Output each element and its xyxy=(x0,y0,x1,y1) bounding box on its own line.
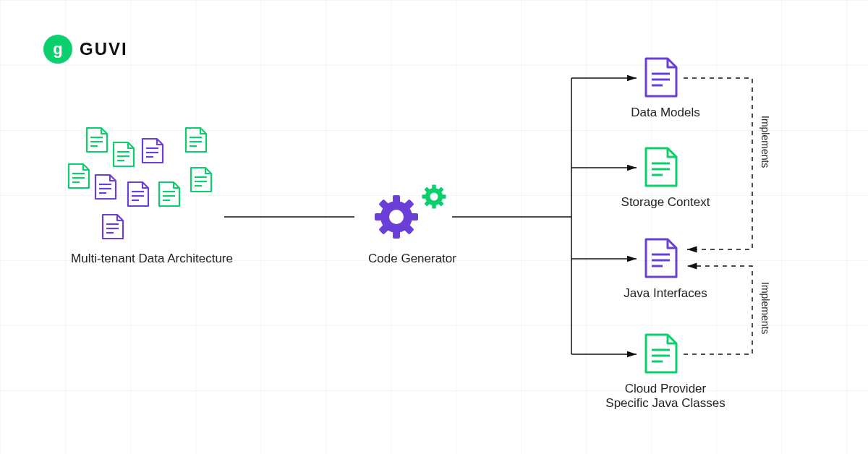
file-icon xyxy=(646,335,676,372)
file-icon xyxy=(646,239,676,277)
center-node-label: Code Generator xyxy=(358,252,467,266)
implements-top-label: Implements xyxy=(760,116,771,168)
gear-small-icon xyxy=(417,180,451,214)
file-icon xyxy=(646,148,676,186)
right-node-1-label: Storage Context xyxy=(615,195,716,210)
right-node-3-label: Cloud Provider Specific Java Classes xyxy=(600,382,731,411)
implements-bottom-label: Implements xyxy=(760,282,771,334)
file-icon xyxy=(646,59,676,96)
right-node-2-label: Java Interfaces xyxy=(615,286,716,301)
architecture-diagram: Multi-tenant Data Architecture Code Gene… xyxy=(0,0,868,454)
right-node-0-label: Data Models xyxy=(615,106,716,120)
left-node-label: Multi-tenant Data Architecture xyxy=(58,252,246,266)
file-cluster-icon xyxy=(0,0,868,454)
gear-icon xyxy=(366,187,427,248)
